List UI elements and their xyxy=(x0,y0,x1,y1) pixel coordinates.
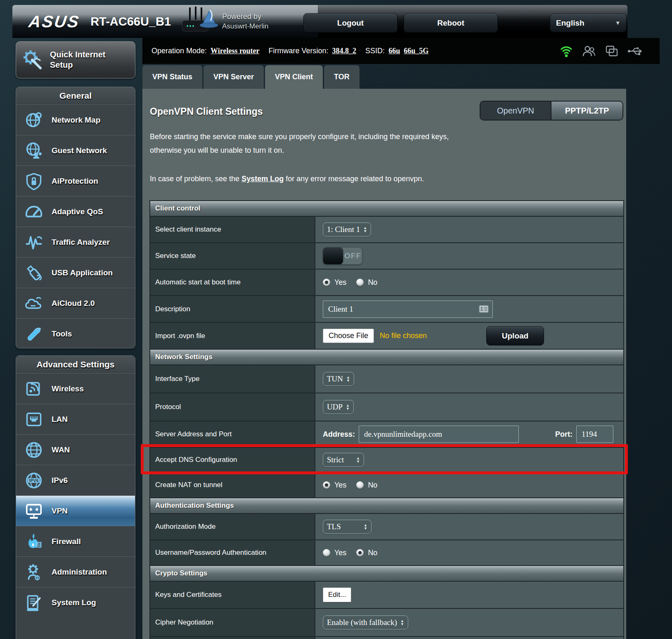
sidebar-item-label: Guest Network xyxy=(52,146,107,155)
client-instance-value: 1: Client 1 xyxy=(327,225,360,234)
sidebar-item-label: IPv6 xyxy=(52,476,68,485)
network-map-icon xyxy=(24,111,44,130)
toggle-off-label: OFF xyxy=(343,251,362,260)
protocol-select[interactable]: UDP ▲▼ xyxy=(323,400,354,414)
service-state-toggle[interactable]: OFF xyxy=(323,247,362,265)
system-log-link[interactable]: System Log xyxy=(241,175,284,183)
select-arrows-icon: ▲▼ xyxy=(363,226,367,233)
sidebar-item-adaptive-qos[interactable]: Adaptive QoS xyxy=(16,196,135,227)
cipher-negotiation-label: Cipher Negotiation xyxy=(150,609,315,636)
openvpn-toggle-button[interactable]: OpenVPN xyxy=(480,102,551,120)
logout-button[interactable]: Logout xyxy=(303,13,398,33)
description-label: Description xyxy=(150,296,315,322)
autostart-yes-radio[interactable] xyxy=(323,279,330,286)
contact-card-icon[interactable] xyxy=(479,305,489,313)
sidebar-item-usb-application[interactable]: USB Application xyxy=(16,257,135,288)
tab-vpn-status[interactable]: VPN Status xyxy=(142,65,202,89)
section-client-control: Client control xyxy=(150,201,623,217)
section-authentication-settings: Authentication Settings xyxy=(150,498,623,514)
quick-internet-setup-button[interactable]: Quick Internet Setup xyxy=(16,41,135,78)
sidebar-item-label: Tools xyxy=(52,329,72,338)
wifi-status-icon[interactable] xyxy=(560,45,573,57)
autostart-no-radio[interactable] xyxy=(356,279,364,286)
top-banner: ASUS RT-AC66U_B1 Powered by Asuswrt-Merl… xyxy=(12,5,627,38)
tab-tor[interactable]: TOR xyxy=(324,65,360,89)
row-description: Description xyxy=(150,296,623,323)
sidebar-item-firewall[interactable]: Firewall xyxy=(16,526,135,556)
sidebar-item-vpn[interactable]: VPN xyxy=(16,495,135,526)
ssid-label: SSID: xyxy=(365,47,385,55)
reboot-button[interactable]: Reboot xyxy=(404,13,498,33)
autostart-yes-label: Yes xyxy=(334,278,346,287)
choose-file-button[interactable]: Choose File xyxy=(323,329,374,343)
sidebar-item-label: AiProtection xyxy=(52,177,98,186)
cipher-negotiation-select[interactable]: Enable (with fallback) ▲▼ xyxy=(323,615,408,630)
upload-button[interactable]: Upload xyxy=(486,326,544,346)
sidebar-item-system-log[interactable]: System Log xyxy=(16,587,135,618)
sidebar-item-label: AiCloud 2.0 xyxy=(52,299,95,308)
row-protocol: Protocol UDP ▲▼ xyxy=(150,393,623,421)
userpass-no-label: No xyxy=(368,549,377,557)
userpass-no-radio[interactable] xyxy=(356,549,364,556)
firmware-version-link[interactable]: 384.8_2 xyxy=(332,47,357,55)
port-input[interactable] xyxy=(576,426,613,443)
sidebar-item-traffic-analyzer[interactable]: Traffic Analyzer xyxy=(16,227,135,257)
powered-by-line1: Powered by xyxy=(222,12,268,21)
import-ovpn-label: Import .ovpn file xyxy=(150,323,315,349)
operation-mode-link[interactable]: Wireless router xyxy=(211,47,259,55)
sidebar-item-label: WAN xyxy=(52,445,70,454)
sidebar-item-lan[interactable]: LAN xyxy=(16,404,135,434)
accept-dns-select[interactable]: Strict ▲▼ xyxy=(323,453,364,467)
lan-port-icon xyxy=(24,410,44,428)
wrench-icon xyxy=(24,324,44,343)
vpn-type-toggle: OpenVPN PPTP/L2TP xyxy=(480,101,623,121)
nat-no-label: No xyxy=(368,481,377,490)
server-address-port-label: Server Address and Port xyxy=(150,421,315,447)
server-address-input[interactable] xyxy=(359,426,519,443)
section-network-settings: Network Settings xyxy=(150,350,623,365)
problem-suffix: for any error message related to openvpn… xyxy=(284,175,424,183)
guest-network-icon xyxy=(24,141,44,160)
sidebar-item-aicloud[interactable]: AiCloud 2.0 xyxy=(16,288,135,318)
userpass-yes-radio[interactable] xyxy=(323,549,330,556)
nat-yes-radio[interactable] xyxy=(323,481,330,489)
log-document-icon xyxy=(24,593,44,612)
sidebar-item-ipv6[interactable]: IPV6 IPv6 xyxy=(16,465,135,495)
tab-vpn-server[interactable]: VPN Server xyxy=(203,65,264,89)
ssid-2g-link[interactable]: 66u xyxy=(388,47,400,55)
clients-icon[interactable] xyxy=(582,45,596,57)
language-select[interactable]: English ▼ xyxy=(550,14,627,32)
authorization-mode-value: TLS xyxy=(327,522,341,531)
sidebar-item-label: Firewall xyxy=(52,537,81,546)
ipv6-icon: IPV6 xyxy=(24,471,44,490)
tab-vpn-client[interactable]: VPN Client xyxy=(265,65,323,89)
client-instance-select[interactable]: 1: Client 1 ▲▼ xyxy=(323,222,371,237)
sidebar-item-wan[interactable]: WAN xyxy=(16,434,135,465)
nat-no-radio[interactable] xyxy=(356,481,364,489)
sidebar-item-wireless[interactable]: Wireless xyxy=(16,373,135,404)
accept-dns-value: Strict xyxy=(327,455,344,464)
toggle-knob xyxy=(323,248,343,264)
select-arrows-icon: ▲▼ xyxy=(400,619,404,626)
sidebar-general: General Network Map Guest Network AiProt… xyxy=(16,87,135,348)
screens-icon[interactable] xyxy=(605,45,618,57)
description-input[interactable] xyxy=(323,301,493,318)
usb-icon[interactable] xyxy=(627,46,643,57)
sidebar-item-tools[interactable]: Tools xyxy=(16,318,135,348)
sidebar-advanced: Advanced Settings Wireless LAN WAN IPV6 … xyxy=(16,355,135,639)
sidebar-item-administration[interactable]: Administration xyxy=(16,556,135,587)
sidebar-item-network-map[interactable]: Network Map xyxy=(16,104,135,135)
select-client-instance-label: Select client instance xyxy=(150,217,315,242)
sidebar-item-aiprotection[interactable]: AiProtection xyxy=(16,166,135,196)
authorization-mode-select[interactable]: TLS ▲▼ xyxy=(323,520,371,534)
vpn-tabs: VPN Status VPN Server VPN Client TOR xyxy=(142,65,360,89)
interface-type-select[interactable]: TUN ▲▼ xyxy=(323,372,354,386)
section-crypto-settings: Crypto Settings xyxy=(150,566,623,582)
interface-type-value: TUN xyxy=(327,374,343,383)
userpass-auth-label: Username/Password Authentication xyxy=(150,540,315,565)
sidebar-item-guest-network[interactable]: Guest Network xyxy=(16,135,135,166)
pptp-l2tp-toggle-button[interactable]: PPTP/L2TP xyxy=(551,102,622,120)
ssid-5g-link[interactable]: 66u_5G xyxy=(404,47,428,55)
powered-by: Powered by Asuswrt-Merlin xyxy=(222,12,268,31)
edit-keys-button[interactable]: Edit... xyxy=(323,587,351,602)
